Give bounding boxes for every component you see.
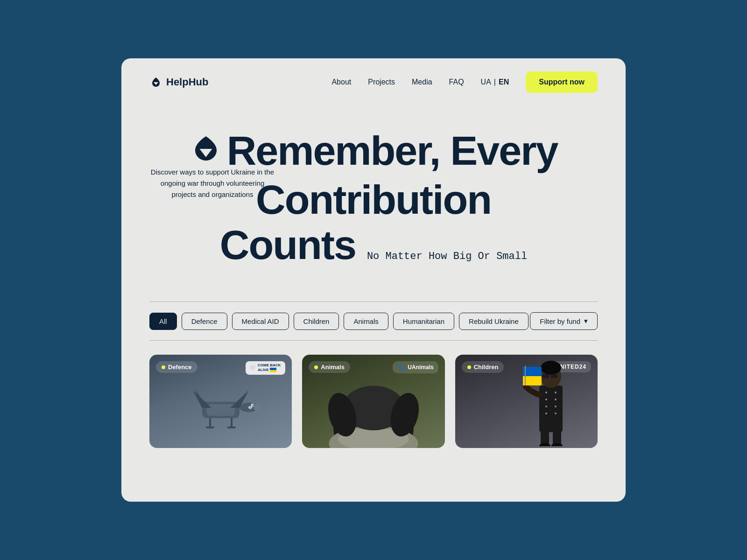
svg-point-39	[545, 399, 547, 400]
filter-row: All Defence Medical AID Children Animals…	[149, 312, 598, 330]
svg-point-43	[545, 413, 547, 414]
svg-point-42	[555, 406, 557, 407]
svg-rect-32	[551, 374, 557, 378]
svg-point-41	[545, 406, 547, 407]
svg-point-40	[555, 399, 557, 400]
filter-tag-children[interactable]: Children	[294, 313, 339, 330]
main-container: HelpHub About Projects Media FAQ UA | EN…	[121, 58, 626, 502]
card-animals[interactable]: Animals 🐾 UAnimals	[302, 355, 444, 448]
filter-tag-defence[interactable]: Defence	[182, 313, 227, 330]
hero-line3-text: Counts	[220, 221, 356, 269]
nav-projects[interactable]: Projects	[368, 78, 395, 86]
card-defence[interactable]: Defence ♡ COME BACK ALIVE	[149, 355, 292, 448]
svg-rect-7	[206, 427, 214, 428]
logo-icon	[149, 76, 162, 89]
svg-rect-6	[209, 418, 211, 427]
card-defence-label: Defence	[168, 364, 192, 371]
hero-subline-text: No Matter How Big Or Small	[367, 251, 527, 262]
card-defence-badge: Defence	[156, 361, 197, 373]
lang-en[interactable]: EN	[499, 78, 509, 86]
hero-subtitle: Discover ways to support Ukraine in the …	[149, 167, 275, 200]
support-now-button[interactable]: Support now	[526, 71, 598, 93]
person-illustration	[523, 355, 588, 448]
card-children-badge: Children	[462, 361, 504, 373]
filter-fund-label: Filter by fund	[540, 317, 580, 325]
svg-rect-26	[553, 425, 561, 446]
filter-tag-rebuild-ukraine[interactable]: Rebuild Ukraine	[459, 313, 529, 330]
svg-point-37	[545, 392, 547, 393]
svg-rect-9	[227, 427, 236, 428]
svg-point-5	[252, 405, 254, 406]
hero-line3-row: Counts No Matter How Big Or Small	[149, 221, 598, 269]
svg-rect-1	[207, 404, 235, 416]
drone-illustration	[165, 381, 277, 443]
lang-switcher: UA | EN	[481, 78, 509, 86]
filter-tags: All Defence Medical AID Children Animals…	[149, 313, 529, 330]
filter-fund-button[interactable]: Filter by fund ▾	[530, 312, 598, 330]
logo-text: HelpHub	[166, 76, 208, 88]
nav-faq[interactable]: FAQ	[449, 78, 464, 86]
filter-tag-humanitarian[interactable]: Humanitarian	[393, 313, 454, 330]
svg-rect-8	[231, 418, 233, 427]
svg-point-38	[555, 392, 557, 393]
svg-rect-31	[543, 374, 549, 378]
lang-divider: |	[494, 78, 496, 86]
nav-media[interactable]: Media	[412, 78, 432, 86]
hero-line2-text: Contribution	[256, 176, 491, 223]
filter-tag-animals[interactable]: Animals	[344, 313, 388, 330]
nav-links: About Projects Media FAQ UA | EN Support…	[331, 71, 598, 93]
chevron-down-icon: ▾	[584, 317, 588, 325]
svg-point-30	[541, 361, 561, 375]
svg-rect-25	[541, 425, 549, 446]
hero-section: Discover ways to support Ukraine in the …	[121, 106, 626, 287]
come-back-alive-badge: ♡ COME BACK ALIVE	[246, 361, 285, 375]
hero-logo-icon	[190, 133, 222, 165]
badge-dot-children	[467, 365, 471, 369]
svg-point-44	[555, 413, 557, 414]
lang-ua[interactable]: UA	[481, 78, 491, 86]
cards-section: Defence ♡ COME BACK ALIVE	[121, 341, 626, 448]
dog-illustration	[302, 355, 444, 448]
filter-tag-medical-aid[interactable]: Medical AID	[232, 313, 289, 330]
navbar: HelpHub About Projects Media FAQ UA | EN…	[121, 58, 626, 106]
filter-section: All Defence Medical AID Children Animals…	[121, 301, 626, 341]
nav-about[interactable]: About	[331, 78, 351, 86]
filter-divider-top	[149, 301, 598, 302]
card-children[interactable]: Children UNITED24	[455, 355, 598, 448]
logo[interactable]: HelpHub	[149, 76, 208, 89]
filter-tag-all[interactable]: All	[149, 313, 177, 330]
svg-point-3	[254, 404, 261, 411]
hero-line1-text: Remember, Every	[227, 127, 558, 174]
badge-dot-defence	[162, 365, 165, 369]
card-children-label: Children	[474, 364, 499, 371]
